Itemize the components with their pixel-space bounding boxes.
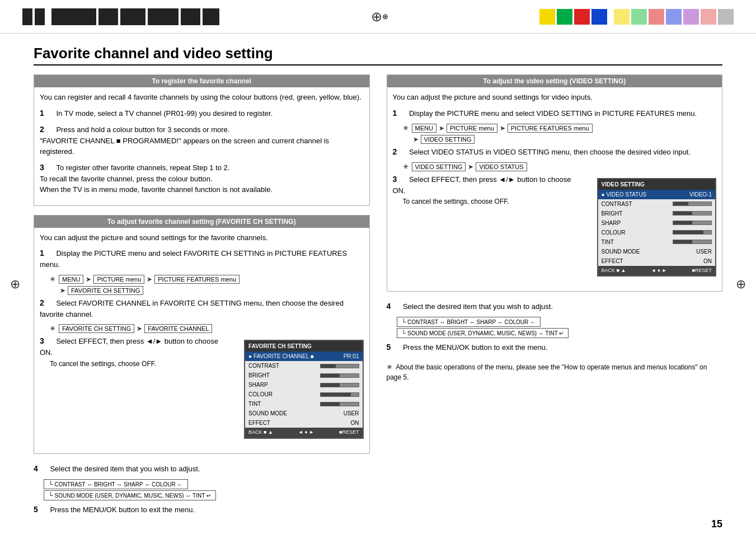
- fav-step2-text: Select FAVORITE CHANNEL in FAVORITE CH S…: [40, 299, 344, 318]
- step3-part2: To recall the favorite channel, press th…: [40, 175, 213, 183]
- page-number: 15: [711, 518, 722, 530]
- decor-block-sm2: [181, 8, 200, 25]
- section-register: To register the favorite channel You can…: [34, 74, 370, 206]
- video-step1-num: 1: [393, 109, 397, 118]
- video-oc-bar-bright: [673, 211, 712, 216]
- video-step1-menu-path: ✳ MENU ➤ PICTURE menu ➤ PICTURE FEATURES…: [403, 124, 717, 133]
- fav-menu-arrow-1: ➤: [86, 275, 91, 283]
- video-step2-text: Select VIDEO STATUS in VIDEO SETTING men…: [409, 148, 691, 156]
- fav-step2: 2 Select FAVORITE CHANNEL in FAVORITE CH…: [40, 297, 364, 320]
- video-step1-text: Display the PICTURE menu and select VIDE…: [409, 109, 697, 118]
- video-step2-num: 2: [393, 147, 397, 156]
- video-oc-row-bright: BRIGHT: [598, 209, 715, 218]
- video-step1-menu-path2: ➤ VIDEO SETTING: [413, 135, 717, 144]
- video-oc-bar-sharp: [673, 221, 712, 225]
- register-subsection: To register the favorite channel You can…: [34, 74, 370, 206]
- register-step1: 1 In TV mode, select a TV channel (PR01-…: [40, 107, 364, 119]
- video-s2-menu-arrow-1: ➤: [468, 163, 473, 171]
- color-yellow-block: [539, 9, 555, 25]
- fav-oc-row-soundmode: SOUND MODE USER: [245, 409, 362, 418]
- left-adjust-text: CONTRAST ↔ BRIGHT ↔ SHARP ↔ COLOUR ←: [55, 481, 183, 488]
- video-setting-header-text: To adjust the video setting (VIDEO SETTI…: [483, 77, 626, 85]
- fav-oc-footer-back: BACK ■ ▲: [248, 429, 273, 437]
- left-arrow-left: └: [49, 481, 53, 488]
- video-menu-arrow-2: ➤: [500, 124, 505, 132]
- top-bar: ⊕: [0, 0, 756, 34]
- step3-part3: When the TV is in menu mode, favorite ch…: [40, 185, 273, 194]
- decor-block-md1: [120, 8, 145, 25]
- section-fav-setting: To adjust favorite channel setting (FAVO…: [34, 215, 370, 454]
- note-section: ✳ About the basic operations of the menu…: [387, 362, 723, 382]
- fav-oc-footer-nav: ◄ ● ►: [298, 429, 314, 437]
- left-step4-text: Select the desired item that you wish to…: [50, 465, 200, 473]
- right-crosshair-icon: ⊕: [736, 277, 746, 292]
- right-sound-line: └ SOUND MODE (USER, DYNAMIC, MUSIC, NEWS…: [397, 328, 569, 338]
- fav-setting-header: To adjust favorite channel setting (FAVO…: [34, 216, 369, 228]
- fav-step3-cancel: To cancel the settings, choose OFF.: [50, 360, 156, 368]
- fav-menu-item-3: PICTURE FEATURES menu: [154, 275, 240, 284]
- left-step4-num: 4: [34, 464, 38, 473]
- video-oc-footer-reset: ■RESET: [692, 267, 712, 275]
- video-oc-row-contrast: CONTRAST: [598, 199, 715, 209]
- video-oc-label-contrast: CONTRAST: [602, 200, 632, 208]
- fav-setting-intro: You can adjust the picture and sound set…: [40, 232, 364, 243]
- fav-setting-subsection: To adjust favorite channel setting (FAVO…: [34, 215, 370, 454]
- section-video-setting: To adjust the video setting (VIDEO SETTI…: [387, 74, 723, 292]
- video-oc-label-tint: TINT: [602, 238, 614, 246]
- decor-block-2: [35, 8, 45, 25]
- fav-oc-label-bright: BRIGHT: [248, 371, 270, 380]
- video-menu-star-icon: ✳: [403, 124, 408, 132]
- main-content: Favorite channel and video setting To re…: [0, 34, 756, 534]
- fav-setting-header-text: To adjust favorite channel setting (FAVO…: [107, 218, 296, 226]
- video-oc-row-tint: TINT: [598, 237, 715, 247]
- fav-s2-menu-arrow-1: ➤: [137, 325, 142, 332]
- decor-block-sm3: [203, 8, 219, 25]
- video-oc-row-status: ● VIDEO STATUS VIDEO-1: [598, 190, 715, 199]
- color-lt-gray-block: [718, 9, 734, 25]
- right-step5-num: 5: [387, 343, 391, 352]
- fav-step2-menu-path: ✳ FAVORITE CH SETTING ➤ FAVORITE CHANNEL: [50, 324, 364, 333]
- right-step5: 5 Press the MENU/OK button to exit the m…: [387, 341, 723, 353]
- video-step2: 2 Select VIDEO STATUS in VIDEO SETTING m…: [393, 146, 717, 158]
- color-lt-red-block: [649, 9, 664, 25]
- right-step4: 4 Select the desired item that you wish …: [387, 301, 723, 312]
- right-sound-text: SOUND MODE (USER, DYNAMIC, MUSIC, NEWS) …: [407, 330, 564, 336]
- right-step4-5: 4 Select the desired item that you wish …: [387, 301, 723, 353]
- video-oc-footer: BACK ■ ▲ ◄ ● ► ■RESET: [598, 266, 715, 276]
- fav-oc-menu-title: FAVORITE CH SETTING: [245, 341, 362, 352]
- video-step2-menu-path: ✳ VIDEO SETTING ➤ VIDEO STATUS: [403, 162, 717, 171]
- video-oc-label-soundmode: SOUND MODE: [602, 247, 640, 256]
- decor-block-lg1: [148, 8, 179, 25]
- video-oc-menu: VIDEO SETTING ● VIDEO STATUS VIDEO-1 CON…: [597, 178, 716, 277]
- video-menu-arrow-1: ➤: [439, 124, 444, 132]
- video-oc-label-bright: BRIGHT: [602, 209, 623, 218]
- top-bar-center-crosshair: ⊕: [219, 8, 539, 25]
- video-step3-num: 3: [393, 175, 397, 184]
- left-adjust-items: └ CONTRAST ↔ BRIGHT ↔ SHARP ↔ COLOUR ←: [44, 479, 188, 489]
- fav-oc-footer: BACK ■ ▲ ◄ ● ► ■RESET: [245, 428, 362, 438]
- video-s2-menu-star: ✳: [403, 163, 408, 171]
- page-title: Favorite channel and video setting: [34, 45, 722, 65]
- step2-num: 2: [40, 125, 44, 134]
- fav-oc-bar-sharp: [320, 383, 359, 387]
- video-setting-header: To adjust the video setting (VIDEO SETTI…: [387, 75, 722, 87]
- left-step4: 4 Select the desired item that you wish …: [34, 463, 370, 475]
- video-oc-label-sharp: SHARP: [602, 219, 621, 227]
- decor-block-wide: [51, 8, 96, 25]
- video-oc-bar-contrast: [673, 202, 712, 206]
- fav-oc-row-sharp: SHARP: [245, 380, 362, 390]
- fav-step3-text: Select EFFECT, then press ◄/► button to …: [40, 337, 218, 357]
- decor-block-sm1: [98, 8, 118, 25]
- video-setting-subsection: To adjust the video setting (VIDEO SETTI…: [387, 74, 723, 292]
- top-bar-right-colors: [539, 9, 734, 25]
- fav-oc-row-fav-channel: ● FAVORITE CHANNEL ■ PR:01: [245, 352, 362, 361]
- video-oc-row-soundmode: SOUND MODE USER: [598, 247, 715, 256]
- decor-block-1: [22, 8, 32, 25]
- video-oc-footer-back: BACK ■ ▲: [602, 267, 626, 275]
- fav-oc-bar-tint: [320, 402, 359, 406]
- right-step4-text: Select the desired item that you wish to…: [403, 302, 553, 311]
- fav-step2-num: 2: [40, 298, 44, 307]
- left-sound-line: └ SOUND MODE (USER, DYNAMIC, MUSIC, NEWS…: [44, 490, 216, 500]
- video-s2-menu-item-2: VIDEO STATUS: [476, 162, 527, 171]
- video-menu-item-3: PICTURE FEATURES menu: [508, 124, 593, 133]
